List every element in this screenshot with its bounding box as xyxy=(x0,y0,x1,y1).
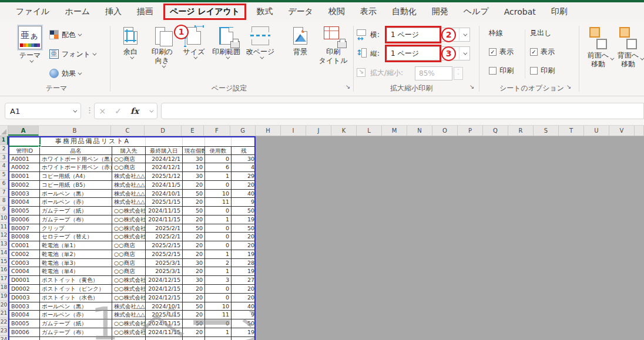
margins-button[interactable]: 余白 xyxy=(117,26,144,59)
insert-function-icon[interactable]: fx xyxy=(130,106,139,116)
row-header-8[interactable]: 8 xyxy=(0,197,8,206)
cell[interactable] xyxy=(40,337,112,340)
cell[interactable]: 1 xyxy=(205,328,232,337)
row-header-9[interactable]: 9 xyxy=(0,206,8,214)
cell[interactable]: D0001 xyxy=(9,276,40,285)
scale-height-dropdown[interactable]: 1 ページ xyxy=(387,46,470,60)
cell[interactable]: 50 xyxy=(183,319,205,328)
row-header-7[interactable]: 7 xyxy=(0,188,8,197)
cell[interactable]: 20 xyxy=(183,328,205,337)
column-header-Q[interactable]: Q xyxy=(483,126,508,136)
scale-dialog-launcher[interactable]: ↘ xyxy=(468,83,476,91)
cell[interactable]: 50 xyxy=(183,224,205,233)
cell[interactable]: ポストイット（黄色） xyxy=(40,276,112,285)
cell[interactable]: ガムテープ（布） xyxy=(40,328,112,337)
cell[interactable]: 2025/2/15 xyxy=(146,250,183,259)
chevron-down-icon[interactable] xyxy=(459,28,469,41)
cell[interactable]: 1 xyxy=(205,250,232,259)
row-header-18[interactable]: 18 xyxy=(0,284,8,292)
cell[interactable]: 19 xyxy=(232,267,256,276)
tab-ホーム[interactable]: ホーム xyxy=(57,4,98,19)
cell[interactable]: 20 xyxy=(183,294,205,302)
header-cell[interactable]: 現在個数 xyxy=(183,147,205,155)
cell[interactable]: 2024/12/15 xyxy=(146,294,183,302)
column-header-K[interactable]: K xyxy=(331,126,357,136)
column-header-G[interactable]: G xyxy=(230,126,256,136)
row-header-4[interactable]: 4 xyxy=(0,162,8,171)
print-titles-button[interactable]: 印刷 タイトル xyxy=(317,26,350,65)
cell[interactable]: B0006 xyxy=(9,328,40,337)
cell[interactable]: 株式会社△△ xyxy=(112,190,146,198)
cell[interactable]: ○○商店 xyxy=(112,241,146,250)
cell[interactable]: 2024/10/1 xyxy=(146,190,183,198)
row-header-19[interactable]: 19 xyxy=(0,292,8,301)
cell[interactable]: 9 xyxy=(232,198,256,207)
cell[interactable]: 29 xyxy=(232,172,256,181)
cell[interactable] xyxy=(205,137,232,146)
cell[interactable]: 20 xyxy=(232,241,256,250)
tab-開発[interactable]: 開発 xyxy=(424,4,456,19)
cell[interactable] xyxy=(146,137,183,146)
column-header-J[interactable]: J xyxy=(306,126,331,136)
cell[interactable]: ホワイトボード用ペン（黒） xyxy=(40,155,112,164)
cell[interactable]: ○○商店 xyxy=(112,267,146,276)
row-header-16[interactable]: 16 xyxy=(0,266,8,275)
cell[interactable]: 27 xyxy=(232,276,256,285)
row-header-15[interactable]: 15 xyxy=(0,258,8,267)
cell[interactable]: 19 xyxy=(232,250,256,259)
cell[interactable]: A0002 xyxy=(9,163,40,172)
cell[interactable]: ボールペン（黒） xyxy=(40,190,112,198)
cell[interactable]: ガムテープ（紙） xyxy=(40,319,112,328)
cell[interactable] xyxy=(9,337,40,340)
cell[interactable]: B0002 xyxy=(9,181,40,190)
tab-page-layout-active[interactable]: ページ レイアウト xyxy=(163,4,246,20)
row-header-22[interactable]: 22 xyxy=(0,318,8,327)
cell[interactable]: 2024/12/15 xyxy=(146,285,183,294)
cell[interactable]: 10 xyxy=(205,302,232,311)
cell[interactable]: 2025/2/1 xyxy=(146,233,183,241)
row-header-6[interactable]: 6 xyxy=(0,180,8,188)
cell[interactable]: 20 xyxy=(183,311,205,319)
cell[interactable]: 30 xyxy=(183,155,205,164)
cell[interactable] xyxy=(205,337,232,340)
cell[interactable]: ○○株式会社 xyxy=(112,216,146,224)
cell[interactable]: 50 xyxy=(183,190,205,198)
cell-A1[interactable] xyxy=(9,137,40,146)
column-header-S[interactable]: S xyxy=(534,126,559,136)
row-header-13[interactable]: 13 xyxy=(0,240,8,249)
cell[interactable] xyxy=(183,137,205,146)
column-header-U[interactable]: U xyxy=(584,126,609,136)
column-header-A[interactable]: A xyxy=(8,126,39,136)
print-area-button[interactable]: 印刷範囲 xyxy=(209,26,243,59)
cell[interactable]: 2025/1/15 xyxy=(146,198,183,207)
cell[interactable]: 株式会社△△ xyxy=(112,198,146,207)
cell[interactable]: セロテープ（替え） xyxy=(40,233,112,241)
row-header-21[interactable]: 21 xyxy=(0,309,8,318)
row-header-14[interactable]: 14 xyxy=(0,249,8,258)
cell[interactable]: ○○商店 xyxy=(112,155,146,164)
cell[interactable]: 1 xyxy=(205,172,232,181)
column-header-F[interactable]: F xyxy=(204,126,230,136)
cell[interactable]: C0002 xyxy=(9,250,40,259)
list-title-cell[interactable]: 事務用品備品リストA xyxy=(40,137,146,146)
cell[interactable]: B0004 xyxy=(9,311,40,319)
column-header-H[interactable]: H xyxy=(256,126,281,136)
tab-描画[interactable]: 描画 xyxy=(129,4,161,19)
cell[interactable]: 2025/2/15 xyxy=(146,241,183,250)
column-header-T[interactable]: T xyxy=(559,126,584,136)
column-header-R[interactable]: R xyxy=(508,126,534,136)
cell[interactable]: 株式会社△△ xyxy=(112,172,146,181)
cell[interactable]: 20 xyxy=(183,216,205,224)
cell[interactable]: B0004 xyxy=(9,198,40,207)
cell[interactable]: B0006 xyxy=(9,216,40,224)
cell[interactable]: ○○商店 xyxy=(112,163,146,172)
colors-button[interactable]: 配色 xyxy=(49,28,80,41)
header-cell[interactable]: 使用数 xyxy=(205,147,232,155)
background-button[interactable]: 背景 xyxy=(286,26,314,56)
column-header-L[interactable]: L xyxy=(357,126,382,136)
cell[interactable]: 0 xyxy=(205,224,232,233)
cell[interactable]: 19 xyxy=(232,328,256,337)
cell[interactable]: 2024/12/1 xyxy=(146,155,183,164)
cell[interactable]: 20 xyxy=(183,233,205,241)
formula-bar-handle[interactable]: ⋮ xyxy=(86,106,93,115)
